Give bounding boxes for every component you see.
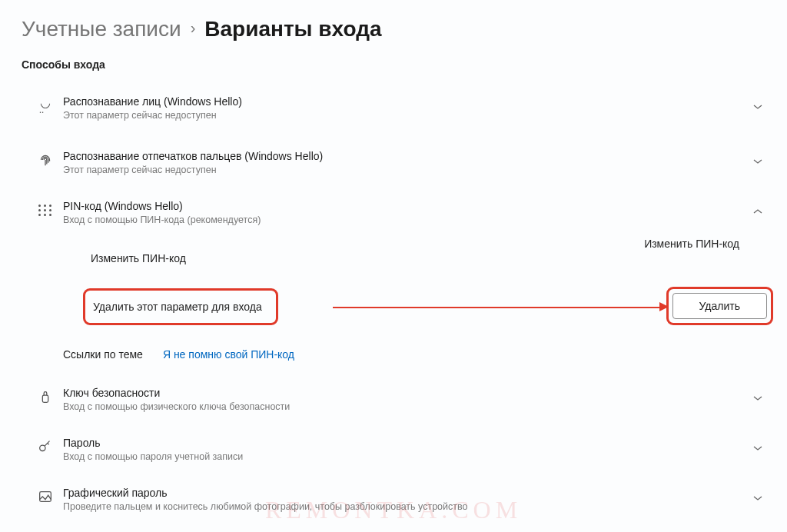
option-face-sub: Этот параметр сейчас недоступен	[63, 110, 742, 121]
security-key-icon	[28, 387, 63, 405]
related-links: Ссылки по теме Я не помню свой ПИН-код	[28, 333, 773, 374]
option-pin[interactable]: PIN-код (Windows Hello) Вход с помощью П…	[28, 188, 773, 238]
fingerprint-icon	[28, 150, 63, 168]
related-links-label: Ссылки по теме	[63, 348, 143, 361]
breadcrumb-parent[interactable]: Учетные записи	[22, 17, 181, 42]
breadcrumb-header: Учетные записи › Варианты входа	[0, 0, 787, 42]
chevron-up-icon	[752, 206, 763, 220]
section-label: Способы входа	[0, 42, 787, 77]
signin-options-list: ◡¨ Распознавание лиц (Windows Hello) Это…	[0, 77, 787, 524]
option-pin-title: PIN-код (Windows Hello)	[63, 200, 742, 212]
annotation-arrow	[333, 307, 662, 308]
option-fingerprint-sub: Этот параметр сейчас недоступен	[63, 165, 742, 175]
chevron-down-icon	[752, 493, 763, 507]
option-face[interactable]: ◡¨ Распознавание лиц (Windows Hello) Это…	[28, 83, 773, 138]
option-password[interactable]: Пароль Вход с помощью пароля учетной зап…	[28, 424, 773, 474]
option-password-sub: Вход с помощью пароля учетной записи	[63, 451, 742, 462]
option-picture-password-sub: Проведите пальцем и коснитесь любимой фо…	[63, 501, 742, 512]
option-picture-password-title: Графический пароль	[63, 487, 742, 499]
remove-button[interactable]: Удалить	[672, 293, 767, 319]
change-pin-label-right: Изменить ПИН-код	[644, 238, 739, 250]
option-picture-password[interactable]: Графический пароль Проведите пальцем и к…	[28, 474, 773, 524]
remove-button-callout: Удалить	[666, 287, 773, 325]
face-icon: ◡¨	[40, 95, 51, 124]
chevron-down-icon	[752, 156, 763, 170]
option-security-key-sub: Вход с помощью физического ключа безопас…	[63, 401, 742, 412]
remove-pin-label-callout: Удалить этот параметр для входа	[83, 288, 278, 325]
picture-password-icon	[28, 487, 63, 505]
chevron-down-icon	[752, 443, 763, 457]
chevron-down-icon	[752, 393, 763, 407]
change-pin-label-left: Изменить ПИН-код	[91, 252, 186, 264]
option-fingerprint-title: Распознавание отпечатков пальцев (Window…	[63, 150, 742, 162]
pin-icon	[28, 200, 63, 216]
option-security-key-title: Ключ безопасности	[63, 387, 742, 399]
option-face-title: Распознавание лиц (Windows Hello)	[63, 95, 742, 108]
svg-rect-0	[42, 395, 48, 402]
password-key-icon	[28, 437, 63, 455]
svg-point-1	[40, 445, 45, 451]
option-password-title: Пароль	[63, 437, 742, 449]
option-pin-sub: Вход с помощью ПИН-кода (рекомендуется)	[63, 214, 742, 225]
option-security-key[interactable]: Ключ безопасности Вход с помощью физичес…	[28, 374, 773, 424]
page-title: Варианты входа	[204, 17, 381, 42]
chevron-right-icon: ›	[191, 19, 196, 37]
chevron-down-icon	[752, 101, 763, 115]
pin-expanded-panel: Изменить ПИН-код Изменить ПИН-код Удалит…	[28, 238, 773, 333]
option-fingerprint[interactable]: Распознавание отпечатков пальцев (Window…	[28, 138, 773, 188]
forgot-pin-link[interactable]: Я не помню свой ПИН-код	[163, 348, 294, 361]
